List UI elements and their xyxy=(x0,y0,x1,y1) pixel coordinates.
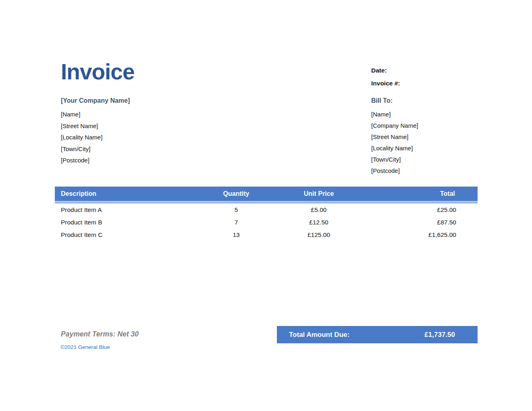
column-header-unit-price: Unit Price xyxy=(276,187,361,201)
cell-quantity: 7 xyxy=(196,216,276,228)
bill-to-name: [Name] xyxy=(371,109,418,120)
line-items-table: Description Quantity Unit Price Total Pr… xyxy=(55,187,478,241)
page-title: Invoice xyxy=(61,60,135,84)
company-name: [Your Company Name] xyxy=(61,97,130,104)
cell-quantity: 5 xyxy=(196,203,276,216)
table-header-row: Description Quantity Unit Price Total xyxy=(55,187,478,201)
invoice-page: Invoice [Your Company Name] [Name] [Stre… xyxy=(0,0,532,411)
company-block: [Your Company Name] [Name] [Street Name]… xyxy=(61,97,130,166)
column-header-quantity: Quantity xyxy=(196,187,276,201)
bill-to-town-city: [Town/City] xyxy=(371,154,418,165)
cell-unit-price: £5.00 xyxy=(276,203,361,216)
copyright-text: ©2021 General Blue xyxy=(60,344,110,350)
cell-total: £25.00 xyxy=(361,203,478,216)
column-header-total: Total xyxy=(361,187,478,201)
bill-to-locality: [Locality Name] xyxy=(371,143,418,154)
company-street: [Street Name] xyxy=(61,120,130,132)
cell-quantity: 13 xyxy=(196,228,276,241)
total-due-label: Total Amount Due: xyxy=(289,331,349,339)
cell-description: Product Item B xyxy=(55,216,196,228)
table-row: Product Item A 5 £5.00 £25.00 xyxy=(55,203,478,216)
bill-to-street: [Street Name] xyxy=(371,131,418,143)
bill-to-postcode: [Postcode] xyxy=(371,165,418,176)
company-town-city: [Town/City] xyxy=(61,143,130,155)
invoice-meta-block: Date: Invoice #: xyxy=(371,64,400,90)
table-row: Product Item C 13 £125.00 £1,625.00 xyxy=(55,228,478,241)
total-due-value: £1,737.50 xyxy=(424,331,455,339)
cell-description: Product Item A xyxy=(55,203,196,216)
company-contact-name: [Name] xyxy=(61,109,130,120)
bill-to-label: Bill To: xyxy=(371,97,418,104)
company-postcode: [Postcode] xyxy=(61,155,130,166)
company-locality: [Locality Name] xyxy=(61,132,130,143)
table-row: Product Item B 7 £12.50 £87.50 xyxy=(55,216,478,228)
bill-to-block: Bill To: [Name] [Company Name] [Street N… xyxy=(371,97,418,176)
cell-total: £1,625.00 xyxy=(361,228,478,241)
cell-description: Product Item C xyxy=(55,228,196,241)
payment-terms-text: Payment Terms: Net 30 xyxy=(61,330,139,338)
date-label: Date: xyxy=(371,64,400,77)
cell-unit-price: £125.00 xyxy=(276,228,361,241)
bill-to-company: [Company Name] xyxy=(371,120,418,131)
invoice-number-label: Invoice #: xyxy=(371,77,400,90)
column-header-description: Description xyxy=(55,187,196,201)
cell-unit-price: £12.50 xyxy=(276,216,361,228)
total-amount-due-bar: Total Amount Due: £1,737.50 xyxy=(277,326,478,343)
cell-total: £87.50 xyxy=(361,216,478,228)
